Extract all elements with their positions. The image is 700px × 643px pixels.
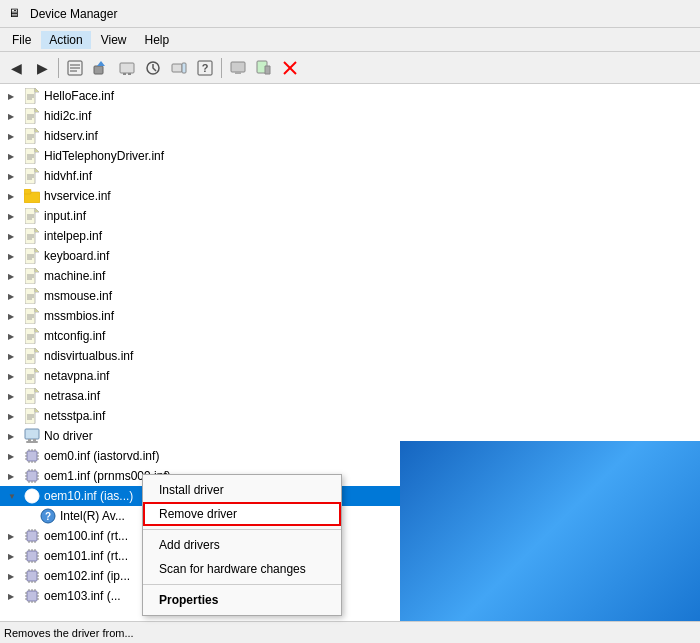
- help-button[interactable]: ?: [193, 56, 217, 80]
- tree-item-label: oem101.inf (rt...: [44, 549, 128, 563]
- svg-rect-8: [128, 73, 131, 75]
- tree-item[interactable]: ▶ msmouse.inf: [0, 286, 700, 306]
- monitor-button[interactable]: [226, 56, 250, 80]
- context-menu-separator: [143, 584, 341, 585]
- tree-item-label: netavpna.inf: [44, 369, 109, 383]
- scan-button[interactable]: [141, 56, 165, 80]
- tree-item[interactable]: ▶ HidTelephonyDriver.inf: [0, 146, 700, 166]
- tree-item[interactable]: ▶ hidi2c.inf: [0, 106, 700, 126]
- expand-arrow: ▶: [8, 532, 20, 541]
- context-menu-item-remove-driver[interactable]: Remove driver: [143, 502, 341, 526]
- context-menu-item-scan-hardware[interactable]: Scan for hardware changes: [143, 557, 341, 581]
- tree-item[interactable]: ▶ mssmbios.inf: [0, 306, 700, 326]
- svg-rect-94: [25, 348, 35, 364]
- context-menu-item-install-driver[interactable]: Install driver: [143, 478, 341, 502]
- tree-item[interactable]: ▶ HelloFace.inf: [0, 86, 700, 106]
- menu-view[interactable]: View: [93, 31, 135, 49]
- svg-rect-64: [25, 248, 35, 264]
- svg-marker-28: [35, 108, 39, 112]
- question-device-icon: ?: [24, 488, 40, 504]
- tree-item-label: Intel(R) Av...: [60, 509, 125, 523]
- tree-item[interactable]: ▶ hidvhf.inf: [0, 166, 700, 186]
- tree-item-label: No driver: [44, 429, 93, 443]
- inf-file-icon: [24, 408, 40, 424]
- tree-item-label: netsstpa.inf: [44, 409, 105, 423]
- tree-item[interactable]: ▶ mtconfig.inf: [0, 326, 700, 346]
- svg-rect-82: [25, 308, 35, 324]
- tree-item[interactable]: ▶ machine.inf: [0, 266, 700, 286]
- tree-item-label: netrasa.inf: [44, 389, 100, 403]
- menu-help[interactable]: Help: [137, 31, 178, 49]
- svg-rect-7: [123, 73, 126, 75]
- folder-icon: [24, 188, 40, 204]
- expand-arrow: ▶: [8, 472, 20, 481]
- inf-file-icon: [24, 128, 40, 144]
- expand-arrow: ▶: [8, 232, 20, 241]
- inf-file-icon: [24, 328, 40, 344]
- back-button[interactable]: ◀: [4, 56, 28, 80]
- tree-item-label: ndisvirtualbus.inf: [44, 349, 133, 363]
- inf-file-icon: [24, 308, 40, 324]
- forward-button[interactable]: ▶: [30, 56, 54, 80]
- expand-arrow: ▶: [8, 592, 20, 601]
- expand-arrow: ▶: [8, 112, 20, 121]
- tree-item[interactable]: ▶ netrasa.inf: [0, 386, 700, 406]
- inf-file-icon: [24, 148, 40, 164]
- expand-arrow: ▶: [8, 252, 20, 261]
- svg-rect-135: [27, 471, 37, 481]
- toolbar: ◀ ▶: [0, 52, 700, 84]
- expand-arrow: ▶: [8, 432, 20, 441]
- inf-file-icon: [24, 88, 40, 104]
- uninstall-button[interactable]: [115, 56, 139, 80]
- expand-arrow: ▶: [8, 412, 20, 421]
- tree-item-label: oem0.inf (iastorvd.inf): [44, 449, 159, 463]
- inf-file-icon: [24, 248, 40, 264]
- context-menu-item-add-drivers[interactable]: Add drivers: [143, 533, 341, 557]
- svg-rect-100: [25, 368, 35, 384]
- svg-rect-119: [28, 439, 31, 441]
- update-driver-button[interactable]: [89, 56, 113, 80]
- svg-rect-58: [25, 228, 35, 244]
- device-install-button[interactable]: [252, 56, 276, 80]
- tree-item[interactable]: ▶ netavpna.inf: [0, 366, 700, 386]
- expand-arrow: ▶: [8, 272, 20, 281]
- tree-item-label: mtconfig.inf: [44, 329, 105, 343]
- svg-rect-122: [27, 451, 37, 461]
- properties-button[interactable]: [63, 56, 87, 80]
- expand-arrow: ▶: [8, 572, 20, 581]
- tree-item[interactable]: ▶ keyboard.inf: [0, 246, 700, 266]
- inf-file-icon: [24, 368, 40, 384]
- context-menu-separator: [143, 529, 341, 530]
- tree-item-label: oem10.inf (ias...): [44, 489, 133, 503]
- add-hardware-button[interactable]: [167, 56, 191, 80]
- tree-item[interactable]: ▶ intelpep.inf: [0, 226, 700, 246]
- question-device-icon: ?: [40, 508, 56, 524]
- remove-button[interactable]: [278, 56, 302, 80]
- svg-rect-4: [94, 66, 103, 74]
- svg-rect-112: [25, 408, 35, 424]
- inf-file-icon: [24, 268, 40, 284]
- tree-item[interactable]: ▶ netsstpa.inf: [0, 406, 700, 426]
- svg-rect-26: [25, 108, 35, 124]
- svg-rect-52: [25, 208, 35, 224]
- tree-item[interactable]: ▶ ndisvirtualbus.inf: [0, 346, 700, 366]
- svg-rect-38: [25, 148, 35, 164]
- menu-file[interactable]: File: [4, 31, 39, 49]
- tree-item[interactable]: ▶ hidserv.inf: [0, 126, 700, 146]
- app-icon: 🖥: [8, 6, 24, 22]
- tree-item[interactable]: ▶ hvservice.inf: [0, 186, 700, 206]
- device-icon: [24, 428, 40, 444]
- tree-item-label: oem100.inf (rt...: [44, 529, 128, 543]
- svg-marker-5: [97, 61, 105, 66]
- svg-rect-70: [25, 268, 35, 284]
- expand-arrow: ▶: [8, 92, 20, 101]
- chip-icon: [24, 528, 40, 544]
- context-menu-item-properties[interactable]: Properties: [143, 588, 341, 612]
- tree-item-label: hvservice.inf: [44, 189, 111, 203]
- inf-file-icon: [24, 228, 40, 244]
- menu-action[interactable]: Action: [41, 31, 90, 49]
- tree-item[interactable]: ▶ input.inf: [0, 206, 700, 226]
- expand-arrow: ▶: [8, 292, 20, 301]
- svg-rect-11: [182, 63, 186, 73]
- chip-icon: [24, 568, 40, 584]
